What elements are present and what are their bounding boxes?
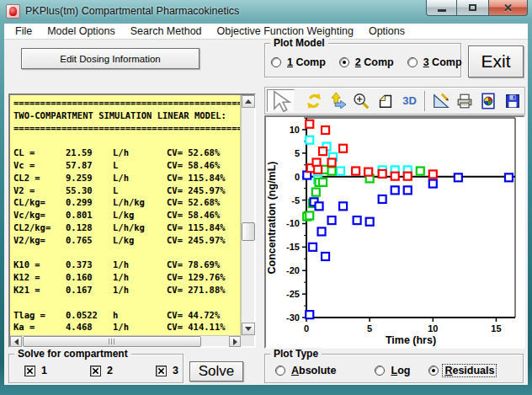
solve-compartment-checkboxes: 123: [24, 365, 180, 376]
plot-type-label: Plot Type: [270, 348, 322, 360]
radio-icon: [375, 366, 385, 376]
perspective-icon: [376, 92, 395, 110]
plot-model-group: Plot Model 1 Comp2 Comp3 Comp: [264, 43, 461, 77]
plot-model-options: 1 Comp2 Comp3 Comp: [271, 56, 464, 68]
results-line: V2 =55.30LCV= 245.97%: [13, 184, 240, 197]
radio-icon: [271, 57, 281, 67]
minimize-button[interactable]: [426, 0, 457, 16]
scroll-right-button[interactable]: [229, 336, 241, 347]
option-label: Log: [389, 365, 412, 376]
checkbox-3[interactable]: 3: [156, 365, 180, 376]
menu-item-options[interactable]: Options: [361, 24, 412, 38]
move-tool-button[interactable]: [326, 89, 349, 113]
scroll-down-button[interactable]: [242, 323, 255, 335]
radio-1-comp[interactable]: 1 Comp: [271, 56, 327, 68]
plot-toolbar: 3D: [264, 87, 525, 115]
svg-text:0: 0: [304, 323, 309, 334]
scroll-up-button[interactable]: [242, 95, 255, 108]
results-line: CL =21.59L/hCV= 52.68%: [13, 147, 240, 159]
zoom-in-tool-button[interactable]: [349, 89, 373, 113]
svg-text:-15: -15: [286, 242, 300, 252]
radio-3-comp[interactable]: 3 Comp: [407, 56, 464, 68]
app-window: PKPlus(tm) Compartmental Pharmacokinetic…: [0, 0, 532, 395]
window-controls: ✕: [426, 0, 528, 16]
arrow-right-icon: [233, 339, 237, 345]
menu-item-model-options[interactable]: Model Options: [40, 24, 123, 38]
results-line: K21 =0.1671/hCV= 271.88%: [13, 284, 240, 296]
scrollbar-corner: [241, 335, 254, 346]
option-label: 1 Comp: [285, 56, 327, 68]
menu-item-objective-function-weighting[interactable]: Objective Function Weighting: [210, 24, 361, 38]
svg-text:10: 10: [428, 323, 438, 334]
results-line: Vc/kg=0.801L/kgCV= 58.46%: [13, 209, 240, 222]
arrow-down-icon: [245, 327, 252, 331]
checkbox-1[interactable]: 1: [24, 365, 49, 376]
color-palette-icon: [479, 92, 497, 110]
close-button[interactable]: ✕: [489, 0, 528, 16]
rotate-tool-button[interactable]: [301, 89, 325, 113]
option-label: 3 Comp: [422, 56, 464, 68]
menu-item-search-method[interactable]: Search Method: [123, 24, 210, 38]
color-options-button[interactable]: [476, 89, 500, 113]
svg-text:5: 5: [295, 148, 300, 158]
results-line: V2/kg=0.765L/kgCV= 245.97%: [13, 234, 240, 247]
move-icon: [328, 92, 347, 110]
menu-item-file[interactable]: File: [8, 24, 40, 38]
svg-text:-20: -20: [286, 265, 300, 275]
thumb-grip: [109, 339, 115, 344]
title-bar[interactable]: PKPlus(tm) Compartmental Pharmacokinetic…: [0, 0, 532, 24]
svg-text:Concentration (ng/mL): Concentration (ng/mL): [266, 161, 278, 274]
horizontal-scroll-thumb[interactable]: [23, 336, 201, 347]
maximize-button[interactable]: [457, 0, 489, 16]
maximize-icon: [469, 4, 476, 11]
svg-text:5: 5: [367, 323, 372, 334]
plot-panel[interactable]: 1050-5-10-15-20-25-30051015Time (hrs)Con…: [264, 115, 525, 349]
rotate-icon: [305, 92, 323, 110]
save-button[interactable]: [501, 89, 524, 113]
results-text: ========================================…: [10, 95, 240, 335]
save-icon: [503, 92, 522, 110]
radio-log[interactable]: Log: [375, 365, 412, 376]
axes-settings-icon: [432, 92, 450, 110]
edit-dosing-button[interactable]: Edit Dosing Information: [21, 48, 200, 69]
3d-tool-button[interactable]: 3D: [397, 89, 422, 113]
arrow-left-icon: [14, 339, 19, 345]
option-label: 3: [171, 365, 180, 376]
toolbar-separator: [424, 91, 426, 111]
app-icon: [6, 4, 20, 19]
results-line: [13, 296, 240, 309]
radio-icon: [339, 57, 349, 67]
option-label: Residuals: [443, 365, 496, 376]
radio-residuals[interactable]: Residuals: [428, 365, 496, 376]
checkbox-icon: [90, 366, 101, 376]
exit-button[interactable]: Exit: [468, 45, 524, 77]
results-textbox[interactable]: ========================================…: [10, 95, 241, 335]
radio-2-comp[interactable]: 2 Comp: [339, 56, 396, 68]
printer-icon: [455, 92, 474, 110]
radio-absolute[interactable]: Absolute: [275, 365, 338, 376]
svg-text:-10: -10: [286, 218, 300, 228]
results-line: Ka =4.4681/hCV= 414.11%: [13, 321, 240, 334]
results-line: [13, 247, 240, 259]
solve-button[interactable]: Solve: [189, 361, 243, 382]
results-line: Vc =57.87LCV= 58.46%: [13, 159, 240, 172]
vertical-scroll-thumb[interactable]: [242, 222, 255, 241]
results-line: CL2 =9.259L/hCV= 115.84%: [13, 172, 240, 184]
results-line: TWO-COMPARTMENT SIMULATION LINEAR MODEL:: [13, 109, 240, 122]
plot-type-options: AbsoluteLogResiduals: [275, 365, 496, 376]
checkbox-2[interactable]: 2: [90, 365, 114, 376]
vertical-scrollbar[interactable]: [241, 95, 254, 335]
results-line: K12 =0.1601/hCV= 129.76%: [13, 271, 240, 284]
radio-icon: [407, 57, 418, 67]
option-label: 1: [40, 365, 49, 376]
pointer-tool-button[interactable]: [267, 89, 295, 112]
horizontal-scrollbar[interactable]: [10, 335, 241, 346]
scroll-left-button[interactable]: [10, 336, 22, 347]
svg-text:0: 0: [295, 172, 300, 182]
axes-settings-button[interactable]: [428, 89, 452, 113]
plot-model-label: Plot Model: [270, 37, 328, 49]
perspective-tool-button[interactable]: [374, 89, 397, 113]
print-button[interactable]: [453, 89, 476, 113]
results-line: Tlag =0.0522hCV= 44.72%: [13, 309, 240, 322]
radio-icon: [428, 366, 439, 376]
